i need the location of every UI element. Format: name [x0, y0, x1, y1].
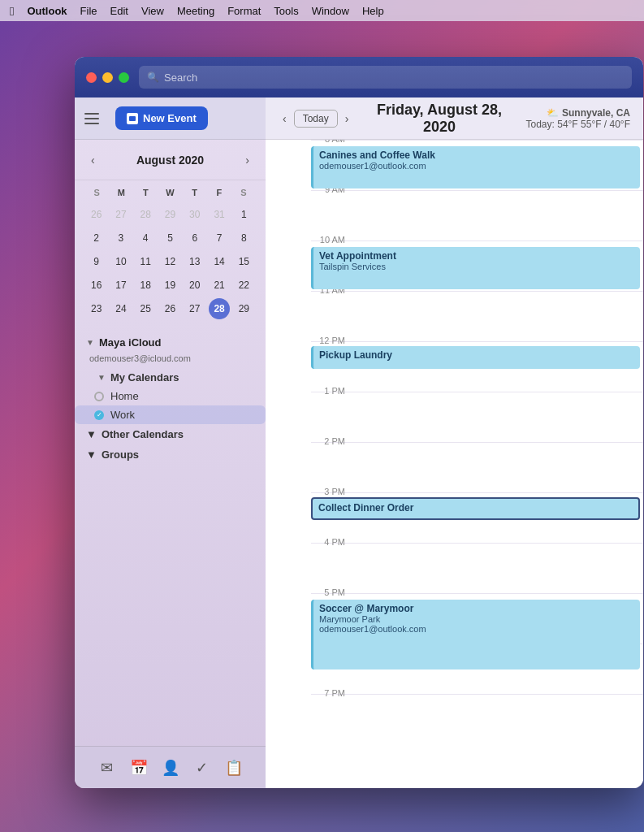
cal-day[interactable]: 31 [209, 204, 230, 225]
notes-nav-button[interactable]: 📋 [223, 756, 245, 779]
cal-day[interactable]: 30 [184, 204, 205, 225]
hamburger-button[interactable] [84, 107, 107, 130]
time-label-8am: 8 AM [311, 140, 352, 144]
event-collect-dinner[interactable]: Collect Dinner Order [311, 497, 640, 520]
time-label-3pm: 3 PM [311, 487, 352, 496]
cal-day[interactable]: 28 [135, 204, 156, 225]
search-bar[interactable]: 🔍 Search [139, 66, 632, 89]
day-header-sun: S [84, 185, 109, 200]
day-header-sat: S [231, 185, 256, 200]
next-day-button[interactable]: › [341, 110, 353, 128]
tasks-nav-button[interactable]: ✓ [191, 756, 214, 779]
my-calendars-section[interactable]: ▼ My Calendars [75, 368, 266, 387]
other-calendars-label: Other Calendars [102, 428, 184, 440]
day-header-bar: ‹ Today › Friday, August 28, 2020 ⛅ Sunn… [266, 98, 643, 140]
home-calendar-dot [94, 392, 104, 401]
menu-tools[interactable]: Tools [274, 5, 298, 17]
chevron-down-icon: ▼ [86, 428, 97, 440]
home-calendar-label: Home [110, 390, 139, 402]
cal-day[interactable]: 26 [159, 298, 180, 319]
cal-day[interactable]: 9 [86, 251, 107, 272]
event-soccer-marymoor[interactable]: Soccer @ Marymoor Marymoor Park odemouse… [311, 600, 640, 670]
cal-day[interactable]: 1 [233, 204, 254, 225]
close-button[interactable] [86, 72, 97, 83]
time-grid: 8 AM 9 AM 10 AM 11 AM 12 PM 1 [266, 140, 643, 757]
menu-edit[interactable]: Edit [110, 5, 128, 17]
cal-day[interactable]: 29 [159, 204, 180, 225]
cal-day[interactable]: 18 [135, 275, 156, 296]
minimize-button[interactable] [102, 72, 113, 83]
event-canines-coffee[interactable]: Canines and Coffee Walk odemouser1@outlo… [311, 146, 640, 188]
cal-day[interactable]: 2 [86, 228, 107, 249]
cal-day[interactable]: 11 [135, 251, 156, 272]
cal-day[interactable]: 13 [184, 251, 205, 272]
work-calendar-label: Work [110, 409, 135, 421]
menu-format[interactable]: Format [227, 5, 261, 17]
main-content: New Event ‹ August 2020 › S M T W T F S [75, 98, 643, 788]
cal-day[interactable]: 23 [86, 298, 107, 319]
cal-day[interactable]: 25 [135, 298, 156, 319]
time-row-7pm: 7 PM [311, 694, 643, 744]
maya-icloud-section[interactable]: ▼ Maya iCloud [75, 332, 266, 353]
event-vet-appointment[interactable]: Vet Appointment Tailspin Services [311, 247, 640, 289]
apple-menu[interactable]:  [10, 4, 14, 18]
time-label-1pm: 1 PM [311, 386, 352, 396]
menu-file[interactable]: File [80, 5, 97, 17]
calendar-nav-button[interactable]: 📅 [128, 756, 150, 779]
cal-day[interactable]: 14 [209, 251, 230, 272]
cal-day[interactable]: 8 [233, 228, 254, 249]
cal-day[interactable]: 5 [159, 228, 180, 249]
cal-day-today[interactable]: 28 [209, 298, 230, 319]
cal-day[interactable]: 21 [209, 275, 230, 296]
cal-day[interactable]: 12 [159, 251, 180, 272]
home-calendar-item[interactable]: Home [75, 387, 266, 405]
menu-window[interactable]: Window [312, 5, 349, 17]
cal-day[interactable]: 19 [159, 275, 180, 296]
cal-day[interactable]: 7 [209, 228, 230, 249]
menu-help[interactable]: Help [362, 5, 384, 17]
cal-day[interactable]: 29 [233, 298, 254, 319]
time-label-12pm: 12 PM [311, 336, 352, 345]
menu-view[interactable]: View [141, 5, 164, 17]
day-scroll-area[interactable]: 8 AM 9 AM 10 AM 11 AM 12 PM 1 [266, 140, 643, 788]
day-view: ‹ Today › Friday, August 28, 2020 ⛅ Sunn… [266, 98, 643, 788]
app-window: 🔍 Search New Event ‹ August 2020 › [75, 57, 643, 788]
day-header-mon: M [109, 185, 133, 200]
cal-day[interactable]: 3 [110, 228, 132, 249]
contacts-nav-button[interactable]: 👤 [159, 756, 182, 779]
app-name[interactable]: Outlook [27, 5, 67, 17]
zoom-button[interactable] [119, 72, 129, 83]
today-button[interactable]: Today [294, 110, 338, 128]
cal-day[interactable]: 20 [184, 275, 205, 296]
cal-day[interactable]: 10 [110, 251, 132, 272]
cal-day[interactable]: 6 [184, 228, 205, 249]
day-header-wed: W [158, 185, 182, 200]
cal-day[interactable]: 17 [110, 275, 132, 296]
new-event-label: New Event [143, 112, 197, 124]
weather-icon: ⛅ [547, 107, 559, 119]
prev-month-button[interactable]: ‹ [86, 150, 100, 170]
time-label-7pm: 7 PM [311, 688, 352, 698]
event-laundry-title: Pickup Laundry [319, 349, 634, 361]
cal-day[interactable]: 27 [184, 298, 205, 319]
menu-meeting[interactable]: Meeting [177, 5, 214, 17]
cal-day[interactable]: 27 [110, 204, 132, 225]
cal-day[interactable]: 22 [233, 275, 254, 296]
bottom-nav: ✉ 📅 👤 ✓ 📋 [75, 746, 266, 788]
groups-section[interactable]: ▼ Groups [75, 444, 266, 465]
cal-day[interactable]: 4 [135, 228, 156, 249]
cal-day[interactable]: 16 [86, 275, 107, 296]
cal-day[interactable]: 24 [110, 298, 132, 319]
work-calendar-item[interactable]: ✓ Work [75, 405, 266, 424]
cal-day[interactable]: 15 [233, 251, 254, 272]
mini-calendar-header: ‹ August 2020 › [75, 140, 266, 180]
event-pickup-laundry[interactable]: Pickup Laundry [311, 346, 640, 369]
other-calendars-section[interactable]: ▼ Other Calendars [75, 424, 266, 444]
event-vet-sub: Tailspin Services [319, 262, 634, 271]
new-event-button[interactable]: New Event [115, 106, 208, 130]
cal-day[interactable]: 26 [86, 204, 107, 225]
mail-nav-button[interactable]: ✉ [96, 756, 119, 779]
next-month-button[interactable]: › [240, 150, 254, 170]
prev-day-button[interactable]: ‹ [279, 110, 291, 128]
chevron-down-icon: ▼ [86, 448, 97, 461]
